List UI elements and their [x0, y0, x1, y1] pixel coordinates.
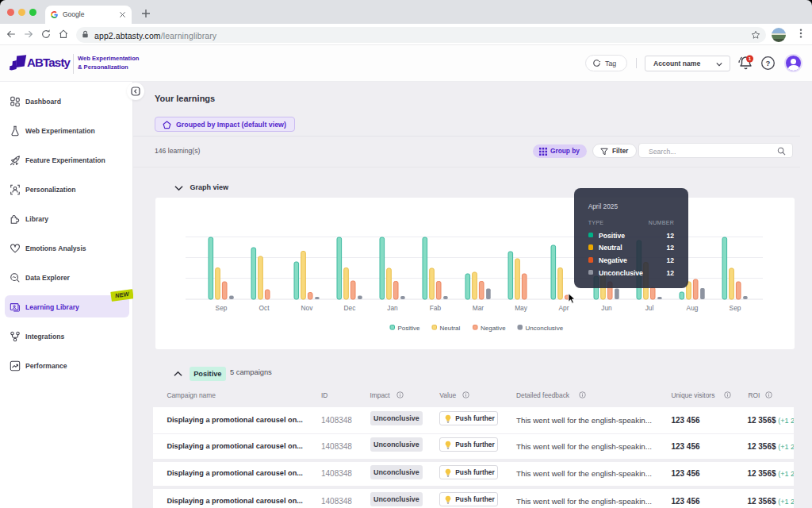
- svg-text:Positive: Positive: [398, 325, 421, 332]
- svg-text:Negative: Negative: [481, 325, 506, 332]
- svg-text:?: ?: [766, 59, 771, 67]
- svg-text:Apr: Apr: [559, 304, 569, 312]
- svg-text:Aug: Aug: [687, 304, 699, 312]
- svg-text:Jan: Jan: [387, 304, 398, 312]
- svg-text:Sep: Sep: [216, 304, 228, 312]
- svg-text:Jul: Jul: [645, 304, 654, 312]
- svg-text:Fab: Fab: [430, 304, 442, 312]
- svg-text:May: May: [515, 304, 528, 312]
- svg-text:Sep: Sep: [730, 304, 741, 312]
- svg-text:Mar: Mar: [473, 304, 485, 312]
- svg-text:Nov: Nov: [301, 304, 314, 312]
- svg-text:Neutral: Neutral: [440, 325, 461, 332]
- svg-text:Unconclusive: Unconclusive: [526, 325, 564, 332]
- svg-text:Dec: Dec: [344, 304, 356, 312]
- svg-text:Oct: Oct: [259, 304, 270, 312]
- svg-text:Jun: Jun: [601, 304, 612, 312]
